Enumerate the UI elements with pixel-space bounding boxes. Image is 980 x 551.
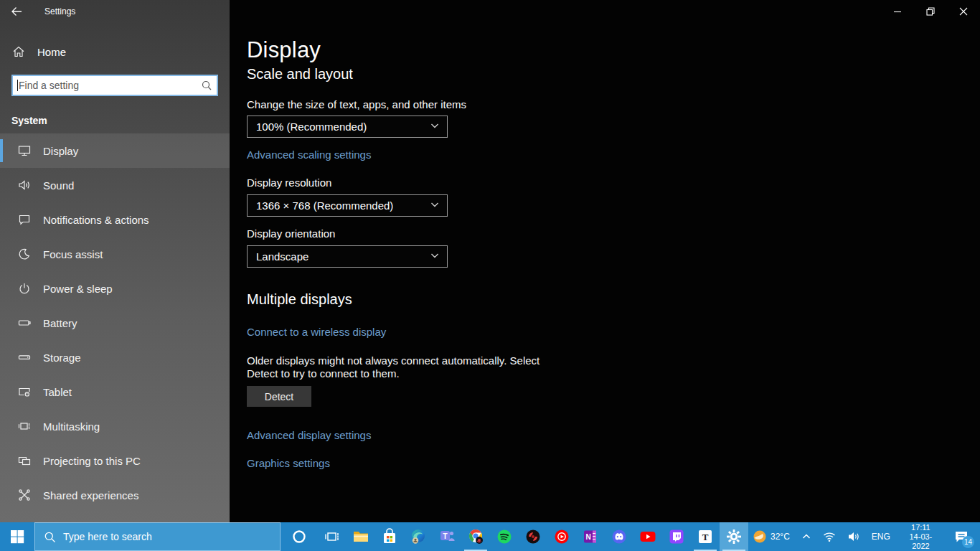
orientation-dropdown[interactable]: Landscape <box>247 245 448 268</box>
taskbar-search-box[interactable]: Type here to search <box>34 522 281 551</box>
sidebar-item-label: Display <box>43 145 78 157</box>
restore-button[interactable] <box>914 0 947 23</box>
sidebar-item-label: Multitasking <box>43 420 100 433</box>
page-title: Display <box>247 37 321 63</box>
onenote-button[interactable]: N <box>576 522 605 551</box>
volume-button[interactable] <box>844 522 864 551</box>
twitch-button[interactable] <box>662 522 691 551</box>
battery-icon <box>17 316 32 330</box>
language-indicator[interactable]: ENG <box>868 522 894 551</box>
resolution-dropdown[interactable]: 980 × 551 (Recommended) <box>247 194 448 217</box>
sidebar-item-label: Sound <box>43 179 74 192</box>
task-view-icon <box>324 528 341 545</box>
red-emblem-app-button[interactable] <box>519 522 547 551</box>
text-caret <box>17 80 18 91</box>
sidebar-item-tablet[interactable]: Tablet <box>0 375 230 409</box>
spotify-button[interactable] <box>490 522 519 551</box>
advanced-display-settings-link[interactable]: Advanced display settings <box>247 429 371 441</box>
microsoft-edge-button[interactable] <box>404 522 433 551</box>
network-button[interactable] <box>819 522 839 551</box>
sidebar-item-label: Power & sleep <box>43 283 113 295</box>
sidebar-item-label: Storage <box>43 352 81 364</box>
discord-button[interactable] <box>605 522 633 551</box>
sidebar-item-multitasking[interactable]: Multitasking <box>0 409 230 443</box>
weather-widget[interactable]: 32°C <box>748 522 793 551</box>
sidebar: Settings Home System Display <box>0 0 230 522</box>
multiple-displays-heading: Multiple displays <box>247 291 352 308</box>
sidebar-item-focus-assist[interactable]: Focus assist <box>0 237 230 271</box>
onenote-icon: N <box>582 528 599 545</box>
orientation-dropdown-value: Landscape <box>256 250 308 263</box>
youtube-button[interactable] <box>633 522 662 551</box>
close-icon <box>959 7 968 16</box>
sound-icon <box>17 178 32 192</box>
close-button[interactable] <box>947 0 980 23</box>
graphics-settings-link[interactable]: Graphics settings <box>247 457 330 469</box>
youtube-music-button[interactable] <box>547 522 576 551</box>
microsoft-store-button[interactable] <box>375 522 404 551</box>
sidebar-item-label: Shared experiences <box>43 489 138 501</box>
scale-dropdown[interactable]: 100% (Recommended) <box>247 116 448 138</box>
sidebar-item-projecting[interactable]: Projecting to this PC <box>0 443 230 478</box>
sidebar-item-label: Focus assist <box>43 248 103 260</box>
settings-gear-icon <box>725 528 743 545</box>
search-icon <box>44 531 56 543</box>
red-emblem-app-icon <box>524 528 542 545</box>
google-chrome-icon <box>467 528 484 545</box>
scale-and-layout-heading: Scale and layout <box>247 66 353 83</box>
svg-text:T: T <box>702 532 709 542</box>
microsoft-edge-icon <box>410 528 427 545</box>
sidebar-item-notifications[interactable]: Notifications & actions <box>0 202 230 237</box>
search-input[interactable] <box>11 75 218 96</box>
sidebar-item-shared-experiences[interactable]: Shared experiences <box>0 478 230 512</box>
multitasking-icon <box>17 419 32 433</box>
chevron-up-icon <box>801 532 811 542</box>
settings-taskbar-button[interactable] <box>720 522 748 551</box>
cortana-button[interactable] <box>281 522 318 551</box>
file-explorer-button[interactable] <box>347 522 375 551</box>
youtube-icon <box>639 528 656 545</box>
scale-dropdown-value: 100% (Recommended) <box>256 121 367 133</box>
time-label: 17:11 <box>903 523 939 532</box>
sidebar-item-display[interactable]: Display <box>0 133 230 168</box>
taskbar: Type here to search <box>0 522 980 551</box>
chevron-down-icon <box>430 121 440 133</box>
detect-button[interactable]: Detect <box>247 386 311 407</box>
speaker-icon <box>847 531 860 542</box>
start-button[interactable] <box>0 522 34 551</box>
sidebar-item-power-sleep[interactable]: Power & sleep <box>0 271 230 306</box>
advanced-scaling-settings-link[interactable]: Advanced scaling settings <box>247 149 371 161</box>
window-title: Settings <box>44 6 75 17</box>
titlebar: Settings <box>0 0 230 23</box>
sidebar-item-storage[interactable]: Storage <box>0 340 230 375</box>
detect-description: Older displays might not always connect … <box>247 354 571 380</box>
language-label: ENG <box>872 532 890 542</box>
sidebar-item-label: Projecting to this PC <box>43 455 141 467</box>
temperature-label: 32°C <box>771 532 790 542</box>
sidebar-item-sound[interactable]: Sound <box>0 168 230 202</box>
storage-icon <box>17 350 32 364</box>
display-icon <box>17 143 32 158</box>
tray-overflow-button[interactable] <box>798 522 815 551</box>
action-center-button[interactable]: 14 <box>948 522 976 551</box>
connect-wireless-display-link[interactable]: Connect to a wireless display <box>247 326 386 338</box>
clock[interactable]: 17:11 14-03-2022 <box>898 522 943 551</box>
display-resolution-label: Display resolution <box>247 176 331 189</box>
sidebar-item-battery[interactable]: Battery <box>0 306 230 340</box>
sidebar-item-label: Battery <box>43 317 77 329</box>
twitch-icon <box>668 528 685 545</box>
back-button[interactable] <box>0 0 33 23</box>
search-icon[interactable] <box>201 80 212 94</box>
typora-button[interactable]: T <box>691 522 720 551</box>
back-arrow-icon <box>11 6 22 17</box>
task-view-button[interactable] <box>318 522 347 551</box>
chevron-down-icon <box>430 199 440 212</box>
projecting-icon <box>17 453 32 468</box>
google-chrome-button[interactable] <box>461 522 490 551</box>
minimize-button[interactable] <box>881 0 914 23</box>
display-orientation-label: Display orientation <box>247 227 335 240</box>
sidebar-section-system: System <box>0 96 230 133</box>
microsoft-teams-button[interactable]: T <box>433 522 461 551</box>
sidebar-item-home[interactable]: Home <box>0 39 230 65</box>
weather-icon <box>752 529 768 545</box>
